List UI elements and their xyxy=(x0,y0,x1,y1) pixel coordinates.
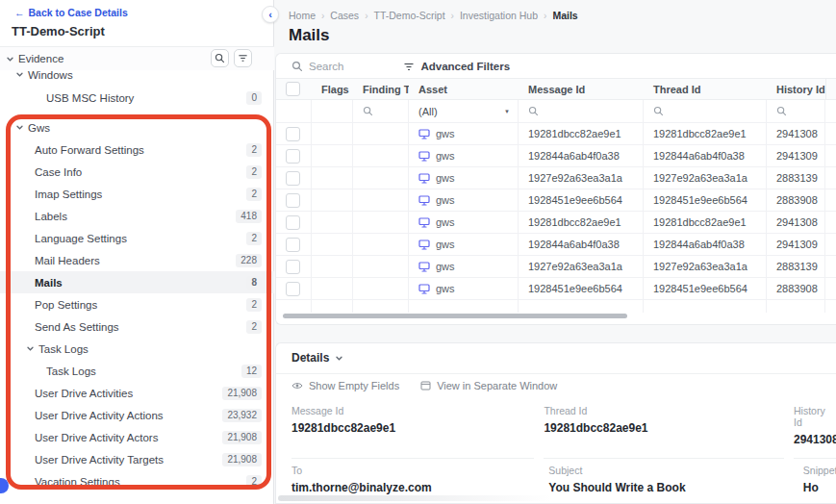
breadcrumb-item[interactable]: Cases xyxy=(330,10,359,21)
advanced-filters-button[interactable]: Advanced Filters xyxy=(403,61,510,72)
search-input[interactable]: Search xyxy=(291,61,343,72)
sidebar-item-labels[interactable]: Labels418 xyxy=(0,205,274,227)
table-row[interactable]: gws1927e92a63ea3a1a1927e92a63ea3a1a28831… xyxy=(276,167,836,189)
row-filler xyxy=(825,234,836,255)
filter-cell xyxy=(312,100,353,122)
row-checkbox[interactable] xyxy=(286,149,300,164)
sidebar-item-case-info[interactable]: Case Info2 xyxy=(0,161,274,183)
sidebar-item-gws[interactable]: Gws xyxy=(0,116,274,139)
sidebar-item-imap-settings[interactable]: Imap Settings2 xyxy=(0,183,274,205)
row-cell xyxy=(312,145,353,166)
column-header-Asset[interactable]: Asset xyxy=(409,79,519,99)
sidebar-item-send-identity-settings[interactable]: Send Identity Settings xyxy=(0,496,274,504)
filter-search-input[interactable] xyxy=(767,100,825,122)
column-header-Flags[interactable]: Flags xyxy=(312,79,353,99)
sidebar-item-language-settings[interactable]: Language Settings2 xyxy=(0,227,274,249)
detail-field: History Id2941308 xyxy=(794,399,836,459)
table-toolbar: Search Advanced Filters xyxy=(276,54,836,78)
sidebar-item-label: Send As Settings xyxy=(35,321,119,333)
breadcrumb-item[interactable]: TT-Demo-Script xyxy=(373,10,444,21)
row-cell xyxy=(276,256,312,277)
row-cell: 2883908 xyxy=(767,278,825,299)
sidebar-item-user-drive-activity-actions[interactable]: User Drive Activity Actions23,932 xyxy=(0,404,274,426)
row-cell xyxy=(312,212,353,233)
table-row[interactable]: gws19281dbcc82ae9e119281dbcc82ae9e129413… xyxy=(276,212,836,234)
table-empty-row xyxy=(276,300,836,313)
table-row[interactable]: gws19281dbcc82ae9e119281dbcc82ae9e129413… xyxy=(276,123,836,145)
sidebar-item-windows[interactable]: Windows xyxy=(0,63,274,86)
table-row[interactable]: gws1927e92a63ea3a1a1927e92a63ea3a1a28831… xyxy=(276,256,836,278)
sidebar-item-mails[interactable]: Mails8 xyxy=(0,271,274,293)
filter-lines-icon xyxy=(403,61,415,72)
sidebar-item-user-drive-activities[interactable]: User Drive Activities21,908 xyxy=(0,382,274,404)
breadcrumb-item[interactable]: Mails xyxy=(552,10,577,21)
row-checkbox[interactable] xyxy=(286,193,300,208)
row-checkbox[interactable] xyxy=(286,127,300,141)
sidebar-item-mail-headers[interactable]: Mail Headers228 xyxy=(0,249,274,271)
row-cell: 192844a6ab4f0a38 xyxy=(644,234,767,255)
column-header-Message Id[interactable]: Message Id xyxy=(519,79,644,99)
column-header-Finding Type[interactable]: Finding Type xyxy=(353,79,409,99)
table-row[interactable]: gws1928451e9ee6b5641928451e9ee6b56428839… xyxy=(276,278,836,300)
sidebar-item-task-logs[interactable]: Task Logs xyxy=(0,338,274,360)
show-empty-fields-button[interactable]: Show Empty Fields xyxy=(291,380,399,391)
breadcrumb-separator: › xyxy=(321,11,324,21)
cell-value: 2941308 xyxy=(776,216,818,228)
item-count-badge: 23,932 xyxy=(222,409,262,422)
horizontal-scrollbar[interactable] xyxy=(283,314,627,318)
detail-field: SubjectYou Should Write a Book xyxy=(548,459,793,504)
view-separate-window-button[interactable]: View in Separate Window xyxy=(420,380,557,391)
details-title: Details xyxy=(291,351,329,365)
row-cell: gws xyxy=(409,123,519,144)
row-checkbox[interactable] xyxy=(286,238,300,252)
row-cell xyxy=(353,167,409,189)
filter-search-input[interactable] xyxy=(644,100,767,122)
detail-field-value: You Should Write a Book xyxy=(548,481,793,494)
sidebar-item-vacation-settings[interactable]: Vacation Settings2 xyxy=(0,470,274,492)
item-count-badge: 418 xyxy=(236,210,262,223)
cell-value: 192844a6ab4f0a38 xyxy=(653,150,745,162)
row-cell: 1928451e9ee6b564 xyxy=(519,278,644,299)
asset-monitor-icon xyxy=(418,129,430,139)
sidebar-item-user-drive-activity-actors[interactable]: User Drive Activity Actors21,908 xyxy=(0,426,274,448)
cell-value: 1927e92a63ea3a1a xyxy=(653,261,747,272)
row-cell xyxy=(276,212,312,233)
filter-cell[interactable]: (All)▼ xyxy=(409,100,519,122)
column-header-Thread Id[interactable]: Thread Id xyxy=(644,79,767,99)
table-filter-row: (All)▼ xyxy=(276,100,836,123)
filter-search-input[interactable] xyxy=(519,100,644,122)
filter-search-input[interactable] xyxy=(353,100,409,122)
cell-value: 1927e92a63ea3a1a xyxy=(528,172,622,184)
sidebar-item-auto-forward-settings[interactable]: Auto Forward Settings2 xyxy=(0,139,274,161)
back-to-case-link[interactable]: ← Back to Case Details xyxy=(14,7,128,18)
detail-field-value: tim.thorne@binalyze.com xyxy=(291,481,539,494)
row-checkbox[interactable] xyxy=(286,215,300,230)
table-row[interactable]: gws192844a6ab4f0a38192844a6ab4f0a3829413… xyxy=(276,234,836,256)
row-cell xyxy=(353,123,409,144)
sidebar-item-user-drive-activity-targets[interactable]: User Drive Activity Targets21,908 xyxy=(0,448,274,470)
row-checkbox[interactable] xyxy=(286,260,300,274)
table-row[interactable]: gws1928451e9ee6b5641928451e9ee6b56428839… xyxy=(276,189,836,212)
sidebar-item-pop-settings[interactable]: Pop Settings2 xyxy=(0,293,274,315)
sidebar-item-usb-msc-history[interactable]: USB MSC History0 xyxy=(0,87,274,109)
detail-field-label: History Id xyxy=(794,405,836,428)
column-header-select[interactable] xyxy=(276,79,312,99)
sidebar-collapse-button[interactable]: ‹ xyxy=(262,6,279,23)
details-header[interactable]: Details xyxy=(291,351,343,365)
asset-filter-select[interactable]: (All)▼ xyxy=(418,106,518,117)
item-count-badge: 2 xyxy=(246,475,262,489)
asset-name: gws xyxy=(436,172,455,184)
sidebar-item-task-logs[interactable]: Task Logs12 xyxy=(0,360,274,382)
table-body: gws19281dbcc82ae9e119281dbcc82ae9e129413… xyxy=(276,123,836,313)
table-row[interactable]: gws192844a6ab4f0a38192844a6ab4f0a3829413… xyxy=(276,145,836,167)
sidebar-item-label: Auto Forward Settings xyxy=(35,144,144,156)
row-cell: 192844a6ab4f0a38 xyxy=(519,234,644,255)
breadcrumb-item[interactable]: Home xyxy=(289,10,316,21)
row-checkbox[interactable] xyxy=(286,171,300,186)
sidebar-item-send-as-settings[interactable]: Send As Settings2 xyxy=(0,315,274,338)
row-checkbox[interactable] xyxy=(286,282,300,296)
select-all-checkbox[interactable] xyxy=(286,82,300,96)
column-header-History Id[interactable]: History Id xyxy=(767,79,825,99)
breadcrumb-item[interactable]: Investigation Hub xyxy=(460,10,538,21)
details-field-row: Message Id19281dbcc82ae9e1Thread Id19281… xyxy=(291,399,836,459)
